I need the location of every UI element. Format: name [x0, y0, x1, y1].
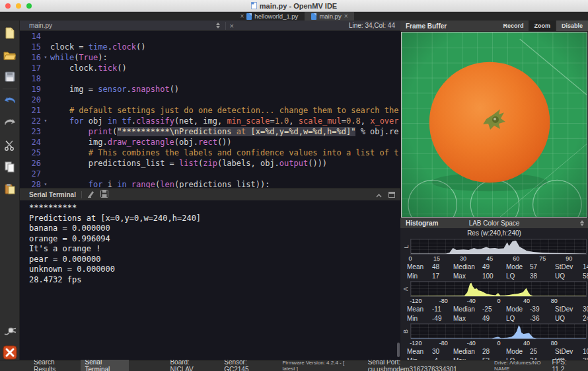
popout-terminal-icon[interactable] — [388, 192, 395, 198]
undo-icon[interactable] — [3, 94, 17, 108]
line-number: 25 — [20, 147, 41, 158]
gutter-marker — [41, 137, 50, 147]
code-line-16[interactable]: 16▾while(True): — [20, 52, 400, 63]
code-text: img.draw_rectangle(obj.rect()) — [50, 137, 400, 147]
histogram-channel-A: A-120-80-4004080Mean-11Median-25Mode-39S… — [400, 281, 588, 323]
code-line-26[interactable]: 26 predictions_list = list(zip(labels, o… — [20, 158, 400, 169]
status-item: Sensor: GC2145 — [224, 358, 269, 371]
histogram-axis: -120-80-4004080 — [410, 339, 587, 347]
terminal-line: unknown = 0.000000 — [29, 265, 400, 275]
code-text: clock.tick() — [50, 63, 400, 73]
copy-icon[interactable] — [3, 159, 17, 174]
file-tab-helloworld_1.py[interactable]: ×helloworld_1.py — [234, 12, 305, 21]
titlebar: main.py - OpenMV IDE — [0, 0, 588, 12]
terminal-line: It's a orange ! — [29, 244, 400, 255]
save-file-icon[interactable] — [3, 69, 17, 84]
code-text: while(True): — [50, 52, 400, 63]
openmv-ide-window: main.py - OpenMV IDE ×helloworld_1.pymai… — [0, 0, 588, 371]
line-number: 20 — [20, 95, 41, 105]
window-title: main.py - OpenMV IDE — [260, 2, 337, 10]
code-editor[interactable]: 1415clock = time.clock()16▾while(True):1… — [20, 31, 400, 188]
code-line-24[interactable]: 24 img.draw_rectangle(obj.rect()) — [20, 137, 400, 147]
terminal-line: ********** — [29, 203, 400, 214]
code-line-25[interactable]: 25 # This combines the labels and confid… — [20, 147, 400, 158]
gutter-marker — [41, 105, 50, 116]
line-number: 27 — [20, 169, 41, 179]
code-line-20[interactable]: 20 — [20, 95, 400, 105]
histogram-header: LAB Color Space Histogram — [400, 218, 588, 228]
code-text: img = sensor.snapshot() — [50, 84, 400, 95]
code-text: clock = time.clock() — [50, 42, 400, 52]
file-tab-main.py[interactable]: main.py× — [305, 12, 354, 21]
frame-buffer-title: Frame Buffer — [400, 22, 447, 30]
left-toolbar — [0, 21, 20, 360]
line-number: 16 — [20, 52, 41, 63]
line-number: 19 — [20, 84, 41, 95]
code-text — [50, 169, 400, 179]
code-line-27[interactable]: 27 — [20, 169, 400, 179]
frame-buffer-image — [401, 32, 587, 218]
channel-label: B — [402, 323, 410, 339]
document-dropdown-icon — [216, 22, 220, 28]
serial-terminal-output[interactable]: **********Predictions at [x=0,y=0,w=240,… — [20, 200, 400, 360]
line-number: 23 — [20, 126, 41, 137]
color-space-selector[interactable]: LAB Color Space — [400, 220, 588, 227]
code-line-15[interactable]: 15clock = time.clock() — [20, 42, 400, 52]
code-line-19[interactable]: 19 img = sensor.snapshot() — [20, 84, 400, 95]
gutter-marker — [41, 31, 50, 42]
line-number: 26 — [20, 158, 41, 169]
line-number: 14 — [20, 31, 41, 42]
line-number: 24 — [20, 137, 41, 147]
open-file-icon[interactable] — [3, 48, 17, 62]
gutter-marker — [41, 84, 50, 95]
fps-indicator: FPS: 11.2 — [552, 358, 588, 371]
close-document-icon[interactable]: × — [225, 22, 238, 30]
clear-terminal-icon[interactable] — [87, 188, 95, 200]
new-file-icon[interactable] — [3, 26, 17, 40]
status-tab-serial-terminal[interactable]: Serial Terminal — [81, 358, 129, 371]
status-tab-search-results[interactable]: Search Results — [29, 358, 79, 371]
code-text — [50, 73, 400, 84]
frame-buffer-view — [400, 31, 588, 218]
code-line-21[interactable]: 21 # default settings just do one detect… — [20, 105, 400, 116]
code-line-14[interactable]: 14 — [20, 31, 400, 42]
gutter-marker — [41, 158, 50, 169]
collapse-terminal-icon[interactable] — [376, 188, 382, 200]
document-selector[interactable]: main.py × — [20, 22, 238, 30]
serial-terminal-header: Serial Terminal — [20, 188, 400, 200]
terminal-scrollbar-thumb[interactable] — [397, 343, 400, 357]
code-line-22[interactable]: 22▾ for obj in tf.classify(net, img, min… — [20, 116, 400, 126]
code-line-18[interactable]: 18 — [20, 73, 400, 84]
stop-script-icon[interactable] — [3, 345, 17, 360]
file-icon — [311, 13, 316, 20]
histogram-stats-row: Mean48Median49Mode57StDev14 — [400, 263, 588, 272]
connect-icon[interactable] — [3, 323, 17, 338]
terminal-line: 28.4732 fps — [29, 275, 400, 286]
terminal-line: pear = 0.000000 — [29, 255, 400, 265]
status-item: Firmware Version: 4.2.4 - [ latest ] — [282, 360, 354, 371]
toolbar-divider — [3, 89, 17, 89]
save-log-icon[interactable] — [100, 188, 108, 200]
fold-marker-icon[interactable]: ▾ — [41, 52, 50, 63]
histogram-axis: -120-80-4004080 — [410, 297, 587, 305]
resolution-label: Res (w:240,h:240) — [400, 229, 588, 238]
cut-icon[interactable] — [3, 138, 17, 152]
status-item: Board: NICLAV — [170, 358, 211, 371]
gutter-marker — [41, 42, 50, 52]
code-text: # default settings just do one detection… — [50, 105, 400, 116]
fold-marker-icon[interactable]: ▾ — [41, 179, 50, 188]
redo-icon[interactable] — [3, 116, 17, 130]
code-line-28[interactable]: 28▾ for i in range(len(predictions_list)… — [20, 179, 400, 188]
code-text: predictions_list = list(zip(labels, obj.… — [50, 158, 400, 169]
zoom-button[interactable]: Zoom — [529, 21, 556, 31]
record-button[interactable]: Record — [497, 21, 529, 31]
close-tab-icon[interactable]: × — [344, 13, 348, 20]
fold-marker-icon[interactable]: ▾ — [41, 116, 50, 126]
paste-icon[interactable] — [3, 181, 17, 196]
close-tab-icon[interactable]: × — [240, 13, 244, 20]
disable-button[interactable]: Disable — [556, 21, 588, 31]
histogram-channel-B: B-120-80-4004080Mean30Median28Mode25StDe… — [400, 323, 588, 360]
code-text: for obj in tf.classify(net, img, min_sca… — [50, 116, 400, 126]
code-line-23[interactable]: 23 print("**********\nPredictions at [x=… — [20, 126, 400, 137]
code-line-17[interactable]: 17 clock.tick() — [20, 63, 400, 73]
